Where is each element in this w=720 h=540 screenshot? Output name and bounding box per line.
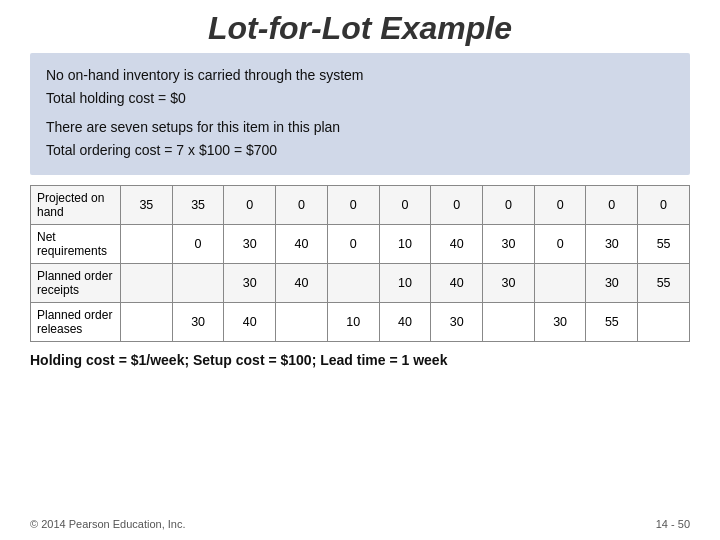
cell-r2-c3: 40 [276, 264, 328, 303]
cell-r3-c4: 10 [327, 303, 379, 342]
footer-text: Holding cost = $1/week; Setup cost = $10… [30, 352, 690, 368]
cell-r3-c9: 55 [586, 303, 638, 342]
cell-r1-c5: 10 [379, 225, 431, 264]
row-label-3: Planned order releases [31, 303, 121, 342]
cell-r1-c3: 40 [276, 225, 328, 264]
table-row: Projected on hand3535000000000 [31, 186, 690, 225]
info-box: No on-hand inventory is carried through … [30, 53, 690, 175]
info-line-3: There are seven setups for this item in … [46, 117, 674, 138]
cell-r1-c9: 30 [586, 225, 638, 264]
cell-r0-c7: 0 [483, 186, 535, 225]
cell-r2-c4 [327, 264, 379, 303]
cell-r0-c0: 35 [121, 186, 173, 225]
cell-r2-c5: 10 [379, 264, 431, 303]
cell-r1-c1: 0 [172, 225, 224, 264]
cell-r0-c3: 0 [276, 186, 328, 225]
cell-r3-c7 [483, 303, 535, 342]
row-label-0: Projected on hand [31, 186, 121, 225]
data-table-container: Projected on hand3535000000000Net requir… [30, 185, 690, 342]
table-row: Planned order receipts30401040303055 [31, 264, 690, 303]
row-label-1: Net requirements [31, 225, 121, 264]
mrp-table: Projected on hand3535000000000Net requir… [30, 185, 690, 342]
cell-r2-c1 [172, 264, 224, 303]
info-line-1: No on-hand inventory is carried through … [46, 65, 674, 86]
cell-r3-c2: 40 [224, 303, 276, 342]
info-line-4: Total ordering cost = 7 x $100 = $700 [46, 140, 674, 161]
cell-r2-c6: 40 [431, 264, 483, 303]
cell-r1-c0 [121, 225, 173, 264]
cell-r2-c8 [534, 264, 586, 303]
cell-r0-c2: 0 [224, 186, 276, 225]
cell-r0-c4: 0 [327, 186, 379, 225]
cell-r2-c7: 30 [483, 264, 535, 303]
table-row: Net requirements03040010403003055 [31, 225, 690, 264]
cell-r3-c3 [276, 303, 328, 342]
cell-r0-c6: 0 [431, 186, 483, 225]
cell-r0-c8: 0 [534, 186, 586, 225]
cell-r2-c0 [121, 264, 173, 303]
cell-r3-c8: 30 [534, 303, 586, 342]
cell-r1-c8: 0 [534, 225, 586, 264]
cell-r1-c7: 30 [483, 225, 535, 264]
info-line-2: Total holding cost = $0 [46, 88, 674, 109]
cell-r3-c1: 30 [172, 303, 224, 342]
cell-r0-c10: 0 [638, 186, 690, 225]
cell-r0-c5: 0 [379, 186, 431, 225]
cell-r1-c2: 30 [224, 225, 276, 264]
cell-r3-c10 [638, 303, 690, 342]
cell-r1-c10: 55 [638, 225, 690, 264]
cell-r3-c6: 30 [431, 303, 483, 342]
cell-r1-c4: 0 [327, 225, 379, 264]
cell-r0-c1: 35 [172, 186, 224, 225]
page-number: 14 - 50 [656, 518, 690, 530]
cell-r2-c9: 30 [586, 264, 638, 303]
copyright-text: © 2014 Pearson Education, Inc. [30, 518, 185, 530]
cell-r3-c0 [121, 303, 173, 342]
cell-r2-c10: 55 [638, 264, 690, 303]
cell-r1-c6: 40 [431, 225, 483, 264]
cell-r2-c2: 30 [224, 264, 276, 303]
page-title: Lot-for-Lot Example [0, 0, 720, 53]
cell-r0-c9: 0 [586, 186, 638, 225]
row-label-2: Planned order receipts [31, 264, 121, 303]
table-row: Planned order releases30401040303055 [31, 303, 690, 342]
cell-r3-c5: 40 [379, 303, 431, 342]
